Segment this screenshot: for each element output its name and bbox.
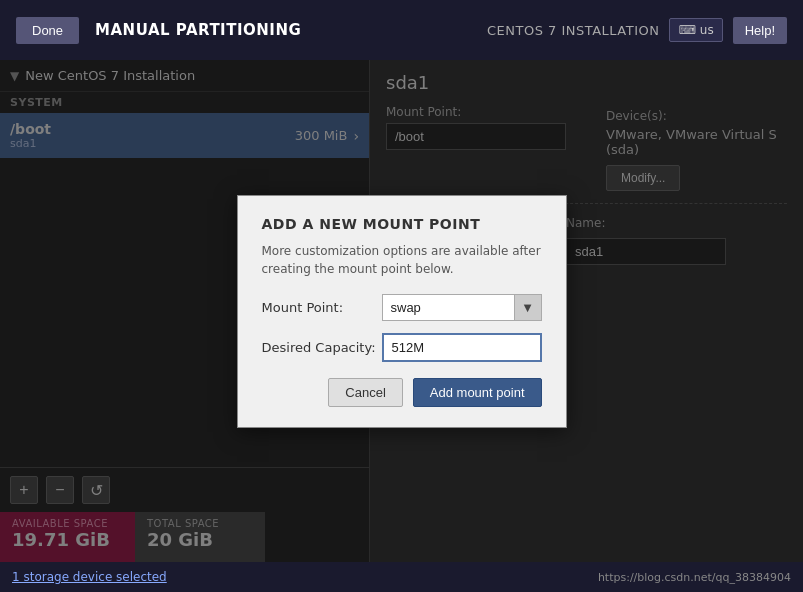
url-text: https://blog.csdn.net/qq_38384904	[598, 571, 791, 584]
modal-mount-point-row: Mount Point: swap//boot/home/tmp/var ▼	[262, 294, 542, 321]
modal-backdrop: ADD A NEW MOUNT POINT More customization…	[0, 60, 803, 562]
help-button[interactable]: Help!	[733, 17, 787, 44]
modal-buttons: Cancel Add mount point	[262, 378, 542, 407]
modal-description: More customization options are available…	[262, 242, 542, 278]
modal-mount-point-select-wrapper: swap//boot/home/tmp/var ▼	[382, 294, 542, 321]
keyboard-indicator[interactable]: ⌨ us	[669, 18, 722, 42]
modal-title: ADD A NEW MOUNT POINT	[262, 216, 542, 232]
storage-device-link[interactable]: 1 storage device selected	[12, 570, 167, 584]
cancel-button[interactable]: Cancel	[328, 378, 402, 407]
modal-capacity-input[interactable]	[382, 333, 542, 362]
modal-mount-point-select[interactable]: swap//boot/home/tmp/var	[382, 294, 542, 321]
modal-capacity-row: Desired Capacity:	[262, 333, 542, 362]
top-bar: Done MANUAL PARTITIONING CENTOS 7 INSTAL…	[0, 0, 803, 60]
kb-label: us	[700, 23, 714, 37]
keyboard-icon: ⌨	[678, 23, 695, 37]
page-title: MANUAL PARTITIONING	[95, 21, 301, 39]
top-bar-right: CENTOS 7 INSTALLATION ⌨ us Help!	[487, 17, 787, 44]
modal-capacity-label: Desired Capacity:	[262, 340, 382, 355]
modal-mount-point-label: Mount Point:	[262, 300, 382, 315]
done-button[interactable]: Done	[16, 17, 79, 44]
modal-dialog: ADD A NEW MOUNT POINT More customization…	[237, 195, 567, 428]
add-mount-point-button[interactable]: Add mount point	[413, 378, 542, 407]
bottom-bar: 1 storage device selected https://blog.c…	[0, 562, 803, 592]
centos-label: CENTOS 7 INSTALLATION	[487, 23, 660, 38]
